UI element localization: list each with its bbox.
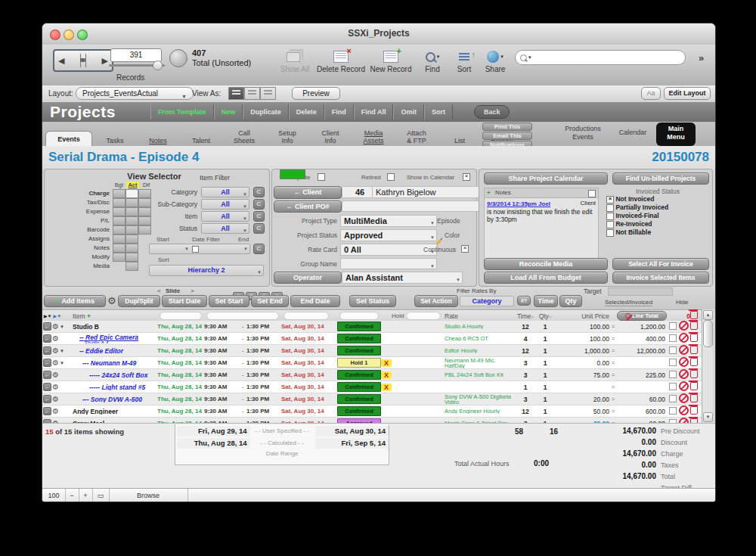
time-filter-button[interactable]: Time (534, 295, 558, 307)
projects-action-button[interactable]: From Template (150, 104, 214, 120)
record-navigation[interactable]: ◀▶ (53, 49, 113, 72)
invoice-selected-items-button[interactable]: Invoice Selected Items (612, 272, 709, 284)
start-date[interactable]: Thu, Aug 28, 14 (157, 371, 204, 378)
toolbar-overflow-icon[interactable]: » (699, 52, 704, 64)
select-checkbox[interactable] (669, 383, 677, 390)
end-time[interactable]: 1:30 PM (246, 408, 281, 415)
project-status-select[interactable]: Approved▼ (340, 229, 437, 241)
prev-record-icon[interactable]: ◀ (58, 56, 64, 66)
note-timestamp-link[interactable]: 9/3/2014 12:35pm Joel (487, 200, 550, 207)
zoom-level[interactable]: 100 (42, 489, 66, 502)
view-table-button[interactable] (260, 87, 276, 100)
grid-cell[interactable] (113, 235, 125, 244)
tab[interactable]: Talent (181, 135, 222, 146)
start-time[interactable]: 9:30 AM (204, 371, 239, 378)
no-charge-icon[interactable] (679, 393, 689, 403)
clear-filter-button[interactable]: C (253, 199, 265, 210)
grid-cell[interactable] (113, 253, 125, 262)
color-swatch[interactable] (280, 169, 305, 179)
share-project-calendar-button[interactable]: Share Project Calendar (484, 172, 608, 185)
start-time[interactable]: 9:30 AM (204, 335, 239, 342)
no-charge-icon[interactable] (679, 369, 689, 379)
select-all-for-invoice-button[interactable]: Select All For Invoice (612, 258, 709, 270)
end-time[interactable]: 1:30 PM (246, 323, 281, 330)
show-in-calendar-checkbox[interactable] (463, 173, 470, 181)
projects-action-button[interactable]: Omit (393, 104, 424, 120)
hold-filter-input[interactable] (406, 312, 441, 320)
end-time[interactable]: 1:30 PM (246, 347, 281, 354)
item-name[interactable]: Andy Engineer (73, 408, 118, 415)
qty-value[interactable]: 1 (535, 335, 555, 343)
load-all-from-budget-button[interactable]: Load All From Budget (484, 272, 608, 284)
no-charge-icon[interactable] (679, 321, 689, 331)
start-time[interactable]: 9:30 AM (204, 408, 239, 415)
item-gear-icon[interactable]: ⚙ (52, 347, 59, 355)
item-gear-icon[interactable]: ⚙ (52, 335, 59, 343)
unit-price[interactable]: 1,000.00 (555, 347, 609, 355)
item-name[interactable]: ----- 24x24 Soft Box (89, 372, 147, 378)
tab[interactable]: Client Info (310, 128, 351, 146)
email-this-button[interactable]: Email This (482, 132, 532, 140)
grid-cell[interactable] (125, 207, 138, 216)
start-date[interactable]: Thu, Aug 28, 14 (157, 347, 204, 354)
filter-select[interactable]: All▼ (201, 223, 249, 234)
no-charge-icon[interactable] (679, 405, 689, 415)
end-time[interactable]: 1:30 PM (246, 371, 281, 378)
layout-select[interactable]: Projects_EventsActual▼ (76, 87, 194, 100)
client-po-button[interactable]: ← Client PO# (274, 200, 342, 213)
tab[interactable]: Events (45, 131, 92, 146)
no-charge-icon[interactable] (679, 381, 689, 391)
target-field[interactable] (608, 287, 673, 296)
expand-icon[interactable]: ▼ (60, 361, 64, 365)
client-button[interactable]: ← Client (274, 186, 342, 199)
clear-date-filter-button[interactable]: C (253, 244, 265, 254)
start-time[interactable]: 9:30 AM (204, 359, 239, 366)
grid-cell[interactable] (125, 198, 138, 207)
scroll-down-icon[interactable]: ▼ (703, 412, 713, 422)
select-checkbox[interactable] (669, 359, 677, 366)
filter-select[interactable]: All▼ (201, 187, 249, 197)
select-checkbox[interactable] (669, 407, 677, 415)
unit-price[interactable]: 100.00 (555, 335, 609, 343)
clear-filter-button[interactable]: C (253, 223, 265, 234)
start-date[interactable]: Thu, Aug 28, 14 (157, 408, 204, 415)
end-time[interactable]: 1:30 PM (246, 396, 281, 402)
grid-cell[interactable] (113, 198, 125, 207)
rate-name[interactable]: Neumann M-49 Mic. HalfDay (443, 358, 516, 368)
delete-item-icon[interactable] (690, 394, 698, 402)
scroll-up-icon[interactable]: ▲ (703, 310, 713, 320)
retired-checkbox[interactable] (387, 173, 395, 181)
grid-cell[interactable] (125, 189, 138, 198)
zoom-out-icon[interactable]: − (65, 489, 79, 502)
end-date[interactable]: Sat, Aug 30, 14 (281, 359, 331, 366)
grid-cell[interactable] (125, 225, 138, 235)
expand-icon[interactable]: ▼ (60, 325, 64, 329)
add-note-icon[interactable]: + (487, 189, 491, 196)
notes-checkbox[interactable] (588, 190, 596, 197)
projects-action-button[interactable]: Find All (354, 104, 394, 120)
status-chip[interactable]: Confirmed (337, 394, 381, 404)
rate-name[interactable]: Cheap 6 RC5 OT (443, 336, 516, 341)
start-date[interactable]: Thu, Aug 28, 14 (157, 335, 204, 342)
filter-input[interactable] (339, 312, 379, 320)
grid-cell[interactable] (125, 253, 138, 262)
tab[interactable]: Setup Info (267, 128, 308, 146)
start-date-button[interactable]: Start Date (162, 295, 207, 307)
unit-price[interactable]: 50.00 (555, 408, 609, 415)
grid-cell[interactable] (125, 216, 138, 225)
projects-action-button[interactable]: New (214, 104, 243, 120)
delete-item-icon[interactable] (690, 370, 698, 378)
slide-right-button[interactable]: > (191, 287, 194, 294)
time-value[interactable]: 3 (516, 359, 535, 367)
qty-value[interactable]: 1 (535, 408, 555, 415)
start-time[interactable]: 9:30 AM (204, 347, 239, 354)
unit-price[interactable]: 20.00 (555, 396, 609, 403)
unit-price[interactable]: 100.00 (555, 323, 609, 331)
set-status-button[interactable]: Set Status (349, 295, 396, 307)
invoiced-status-checkbox[interactable] (606, 213, 614, 220)
rate-card-select[interactable]: 0 All▼ (340, 244, 437, 256)
zoom-in-icon[interactable]: + (79, 489, 93, 502)
grid-cell[interactable] (125, 244, 138, 253)
start-time[interactable]: 9:30 AM (204, 384, 239, 390)
share-button[interactable]: ▾Share (481, 48, 510, 73)
